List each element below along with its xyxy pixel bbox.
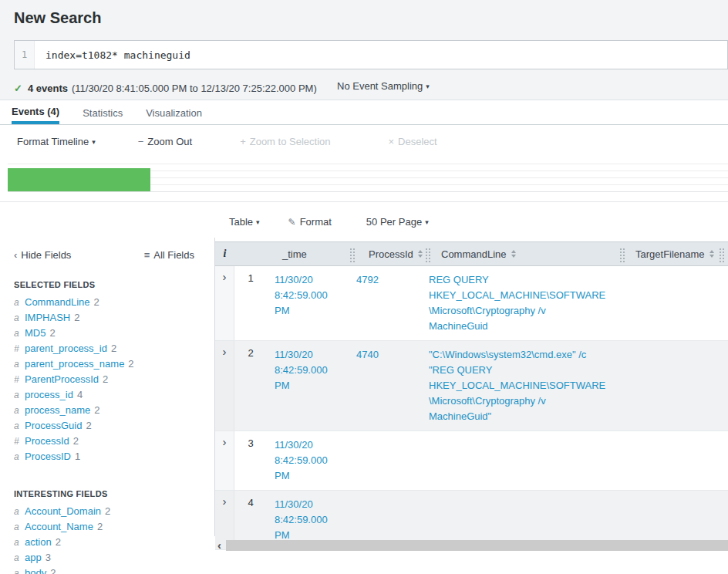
expand-event-button[interactable]: › [215,431,234,490]
time-cell[interactable]: 11/30/20 8:42:59.000 PM [267,341,347,430]
value-line: PM [275,468,342,484]
event-timeline-chart[interactable] [0,158,728,202]
column-drag-handle[interactable] [618,247,625,262]
value-line: 8:42:59.000 [275,288,342,303]
search-header: New Search 1 index=t1082* machineguid ✓ … [0,0,728,100]
hide-fields-link[interactable]: ‹Hide Fields [14,249,71,261]
all-fields-link[interactable]: ≡All Fields [144,249,194,261]
field-body[interactable]: abody2 [14,566,214,574]
targetfilename-cell [617,431,717,490]
field-process-id[interactable]: aprocess_id4 [14,387,214,403]
minus-icon: − [138,136,144,147]
event-sampling-dropdown[interactable]: No Event Sampling▾ [337,80,430,92]
row-number: 1 [234,266,267,340]
field-name: ParentProcessId [25,373,99,385]
time-range: (11/30/20 8:41:05.000 PM to 12/13/20 7:2… [72,83,317,94]
deselect-button[interactable]: ×Deselect [389,136,437,147]
field-parentprocessid[interactable]: #ParentProcessId2 [14,372,214,387]
row-number: 3 [234,431,267,490]
tab-visualization[interactable]: Visualization [146,101,202,124]
caret-down-icon: ▾ [425,218,429,226]
header-commandline[interactable]: CommandLine [423,242,617,265]
value-line: 8:42:59.000 [275,512,342,528]
per-page-dropdown[interactable]: 50 Per Page▾ [366,216,429,228]
time-cell[interactable]: 11/30/20 8:42:59.000 PM [267,431,347,490]
field-type-prefix: a [14,326,25,341]
field-name: parent_process_id [25,343,107,354]
scrollbar-thumb[interactable] [226,540,728,551]
search-input[interactable]: index=t1082* machineguid [35,41,727,69]
field-processid-caps[interactable]: aProcessID1 [14,449,214,464]
tab-events[interactable]: Events (4) [12,101,59,124]
value-line: MachineGuid" [429,409,612,424]
zoom-to-selection-button[interactable]: +Zoom to Selection [240,136,330,147]
expand-event-button[interactable]: › [215,341,234,430]
format-timeline-label: Format Timeline [17,136,89,147]
column-drag-handle[interactable] [349,247,356,262]
column-drag-handle[interactable] [424,247,431,262]
field-count: 4 [77,389,83,400]
commandline-cell[interactable]: REG QUERY HKEY_LOCAL_MACHINE\SOFTWARE \M… [423,266,617,340]
event-count[interactable]: 4 events [28,83,68,94]
spacer [14,464,214,474]
horizontal-scrollbar[interactable]: ‹ [215,540,728,552]
sort-icon[interactable] [709,250,714,258]
column-drag-handle[interactable] [718,247,725,262]
caret-down-icon: ▾ [426,83,430,90]
field-parent-process-id[interactable]: #parent_process_id2 [14,341,214,356]
field-md5[interactable]: aMD52 [14,326,214,341]
deselect-label: Deselect [398,136,437,147]
field-count: 2 [94,296,99,308]
header-processid[interactable]: ProcessId [347,242,423,265]
commandline-cell[interactable]: "C:\Windows\system32\cmd.exe" /c "REG QU… [423,341,617,430]
gridline-baseline [8,191,728,192]
timeline-event-bar[interactable] [8,168,150,191]
field-app[interactable]: aapp3 [14,550,214,566]
table-row: › 2 11/30/20 8:42:59.000 PM 4740 "C:\Win… [215,341,728,431]
zoom-out-label: Zoom Out [147,136,192,147]
header-targetfilename[interactable]: TargetFilename [617,242,717,265]
field-process-name[interactable]: aprocess_name2 [14,403,214,418]
field-account-domain[interactable]: aAccount_Domain2 [14,504,214,519]
field-name: Account_Domain [25,505,101,517]
table-controls: Table▾ ✎Format 50 Per Page▾ [215,202,429,241]
tab-statistics[interactable]: Statistics [83,101,123,124]
field-parent-process-name[interactable]: aparent_process_name2 [14,356,214,372]
field-account-name[interactable]: aAccount_Name2 [14,519,214,535]
field-type-prefix: a [14,504,25,519]
format-button[interactable]: ✎Format [288,216,332,228]
close-icon: × [389,136,395,147]
value: 4792 [356,274,379,285]
processid-cell[interactable]: 4792 [347,266,423,340]
format-timeline-dropdown[interactable]: Format Timeline▾ [17,136,96,147]
value-line: PM [275,303,342,319]
field-processid[interactable]: #ProcessId2 [14,434,214,449]
field-action[interactable]: aaction2 [14,535,214,550]
scroll-left-arrow-icon[interactable]: ‹ [217,539,221,551]
table-view-dropdown[interactable]: Table▾ [229,216,260,228]
row-stub [717,341,728,430]
sort-icon[interactable] [418,250,423,258]
chevron-right-icon: › [223,436,227,447]
expand-event-button[interactable]: › [215,266,234,340]
column-label: TargetFilename [635,248,705,260]
pencil-icon: ✎ [288,217,296,228]
value-line: 11/30/20 [275,272,342,288]
zoom-out-button[interactable]: −Zoom Out [138,136,192,147]
all-fields-label: All Fields [153,249,194,261]
field-type-prefix: a [14,550,25,566]
header-stub [717,242,728,265]
search-bar[interactable]: 1 index=t1082* machineguid [14,40,728,69]
field-count: 2 [73,435,79,447]
field-name: body [25,567,46,574]
field-imphash[interactable]: aIMPHASH2 [14,310,214,326]
field-name: Account_Name [25,521,93,532]
processid-cell[interactable]: 4740 [347,341,423,430]
field-processguid[interactable]: aProcessGuid2 [14,418,214,434]
sort-icon[interactable] [511,250,516,258]
value-line: "C:\Windows\system32\cmd.exe" /c [429,347,612,363]
header-time[interactable]: _time [267,242,347,265]
time-cell[interactable]: 11/30/20 8:42:59.000 PM [267,266,347,340]
per-page-label: 50 Per Page [366,216,422,228]
field-commandline[interactable]: aCommandLine2 [14,295,214,310]
